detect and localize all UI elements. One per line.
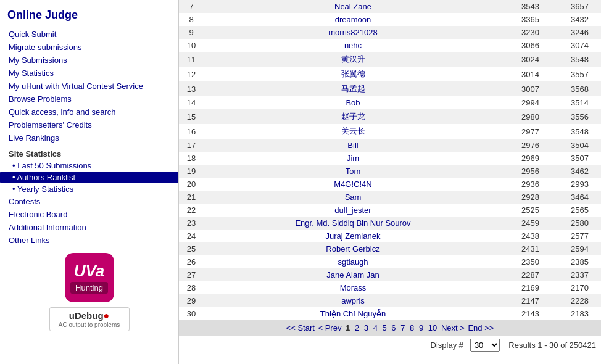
nav-my-submissions[interactable]: My Submissions	[0, 54, 178, 67]
page-link[interactable]: 6	[391, 323, 396, 333]
table-row: 24Juraj Zemianek24382577	[179, 230, 601, 242]
table-row: 17Bill29763504	[179, 139, 601, 152]
name-cell[interactable]: Juraj Zemianek	[204, 230, 502, 242]
col4-cell: 2993	[552, 178, 601, 191]
name-cell[interactable]: dreamoon	[204, 13, 502, 26]
name-cell[interactable]: Jane Alam Jan	[204, 268, 502, 281]
name-cell[interactable]: Jim	[204, 152, 502, 165]
page-links: 1 2 3 4 5 6 7 8 9 10	[344, 323, 441, 333]
col3-cell: 3007	[502, 81, 552, 96]
sidebar-item-last50[interactable]: Last 50 Submissions	[0, 160, 178, 172]
nav-browse-problems[interactable]: Browse Problems	[0, 93, 178, 105]
name-cell[interactable]: 关云长	[204, 124, 502, 139]
table-row: 21Sam29283464	[179, 191, 601, 204]
page-link[interactable]: 4	[373, 323, 378, 333]
name-cell[interactable]: Morass	[204, 281, 502, 294]
pagination-next[interactable]: Next >	[441, 323, 465, 333]
col4-cell: 3074	[552, 39, 601, 52]
rank-cell: 28	[179, 281, 204, 294]
pagination-bar: << Start < Prev 1 2 3 4 5 6 7 8 9 10 Nex…	[179, 320, 601, 336]
uva-text: UVa	[74, 262, 105, 281]
col3-cell: 2459	[502, 217, 552, 230]
table-row: 23Engr. Md. Siddiq Bin Nur Sourov2459258…	[179, 217, 601, 230]
nav-electronic-board[interactable]: Electronic Board	[0, 208, 178, 221]
page-link[interactable]: 9	[419, 323, 423, 333]
col3-cell: 2969	[502, 152, 552, 165]
col4-cell: 3557	[552, 67, 601, 81]
nav-my-statistics[interactable]: My Statistics	[0, 67, 178, 80]
col3-cell: 3024	[502, 52, 552, 67]
col4-cell: 2385	[552, 255, 601, 268]
rank-cell: 8	[179, 13, 204, 26]
name-cell[interactable]: morris821028	[204, 26, 502, 39]
nav-other-links[interactable]: Other Links	[0, 234, 178, 247]
col4-cell: 3514	[552, 96, 601, 109]
page-link[interactable]: 8	[410, 323, 414, 333]
col4-cell: 2565	[552, 204, 601, 217]
col4-cell: 3548	[552, 124, 601, 139]
nav-quick-submit[interactable]: Quick Submit	[0, 28, 178, 41]
nav-uhunt[interactable]: My uHunt with Virtual Contest Service	[0, 80, 178, 93]
display-select[interactable]: 10203050100	[470, 339, 500, 352]
rank-cell: 16	[179, 124, 204, 139]
rank-cell: 11	[179, 52, 204, 67]
rank-cell: 12	[179, 67, 204, 81]
pagination-end[interactable]: End >>	[468, 323, 494, 333]
page-link[interactable]: 3	[364, 323, 368, 333]
page-link[interactable]: 1	[346, 323, 350, 333]
sidebar-item-authors-ranklist[interactable]: Authors Ranklist	[0, 172, 178, 183]
page-link[interactable]: 7	[400, 323, 405, 333]
name-cell[interactable]: dull_jester	[204, 204, 502, 217]
sidebar: Online Judge Quick Submit Migrate submis…	[0, 0, 179, 364]
name-cell[interactable]: Bob	[204, 96, 502, 109]
rank-cell: 18	[179, 152, 204, 165]
rank-cell: 27	[179, 268, 204, 281]
page-link[interactable]: 2	[355, 323, 359, 333]
uva-logo: UVa Hunting	[65, 253, 114, 302]
name-cell[interactable]: Robert Gerbicz	[204, 242, 502, 255]
site-title: Online Judge	[0, 5, 178, 28]
name-cell[interactable]: Engr. Md. Siddiq Bin Nur Sourov	[204, 217, 502, 230]
pagination-start[interactable]: << Start	[286, 323, 315, 333]
name-cell[interactable]: M4G!C!4N	[204, 178, 502, 191]
name-cell[interactable]: Neal Zane	[204, 0, 502, 13]
name-cell[interactable]: 张翼德	[204, 67, 502, 81]
rank-cell: 25	[179, 242, 204, 255]
col3-cell: 2169	[502, 281, 552, 294]
nav-problemsetters[interactable]: Problemsetters' Credits	[0, 118, 178, 131]
name-cell[interactable]: Thiện Chí Nguyễn	[204, 307, 502, 320]
pagination-prev[interactable]: < Prev	[318, 323, 341, 333]
table-row: 29awpris21472228	[179, 294, 601, 307]
name-cell[interactable]: 黄汉升	[204, 52, 502, 67]
col4-cell: 3548	[552, 52, 601, 67]
name-cell[interactable]: sgtlaugh	[204, 255, 502, 268]
nav-migrate[interactable]: Migrate submissions	[0, 41, 178, 54]
col3-cell: 3543	[502, 0, 552, 13]
table-row: 30Thiện Chí Nguyễn21432183	[179, 307, 601, 320]
page-link[interactable]: 10	[428, 323, 437, 333]
nav-additional-info[interactable]: Additional Information	[0, 221, 178, 234]
udebug-sub: AC output to problems	[55, 321, 124, 328]
site-statistics-header: Site Statistics	[0, 144, 178, 160]
nav-contests[interactable]: Contests	[0, 195, 178, 208]
nav-quick-access[interactable]: Quick access, info and search	[0, 105, 178, 118]
table-row: 8dreamoon33653432	[179, 13, 601, 26]
name-cell[interactable]: nehc	[204, 39, 502, 52]
name-cell[interactable]: awpris	[204, 294, 502, 307]
name-cell[interactable]: 赵子龙	[204, 109, 502, 124]
sidebar-item-yearly-stats[interactable]: Yearly Statistics	[0, 183, 178, 195]
col4-cell: 3657	[552, 0, 601, 13]
rank-cell: 26	[179, 255, 204, 268]
name-cell[interactable]: Bill	[204, 139, 502, 152]
page-link[interactable]: 5	[382, 323, 386, 333]
name-cell[interactable]: 马孟起	[204, 81, 502, 96]
name-cell[interactable]: Tom	[204, 165, 502, 178]
col3-cell: 2287	[502, 268, 552, 281]
col4-cell: 3507	[552, 152, 601, 165]
rank-cell: 30	[179, 307, 204, 320]
nav-live-rankings[interactable]: Live Rankings	[0, 131, 178, 144]
col3-cell: 2994	[502, 96, 552, 109]
name-cell[interactable]: Sam	[204, 191, 502, 204]
table-row: 13马孟起30073568	[179, 81, 601, 96]
col4-cell: 3556	[552, 109, 601, 124]
